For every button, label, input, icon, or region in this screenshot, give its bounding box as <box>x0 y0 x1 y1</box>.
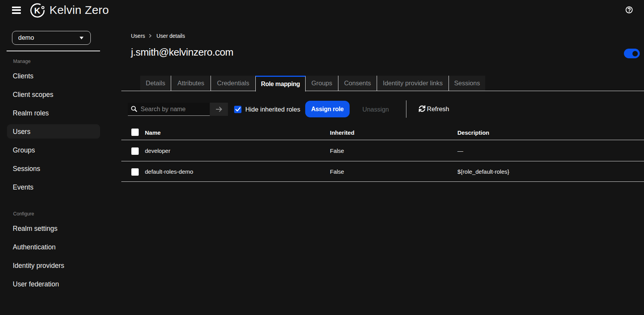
svg-text:K: K <box>34 6 40 15</box>
